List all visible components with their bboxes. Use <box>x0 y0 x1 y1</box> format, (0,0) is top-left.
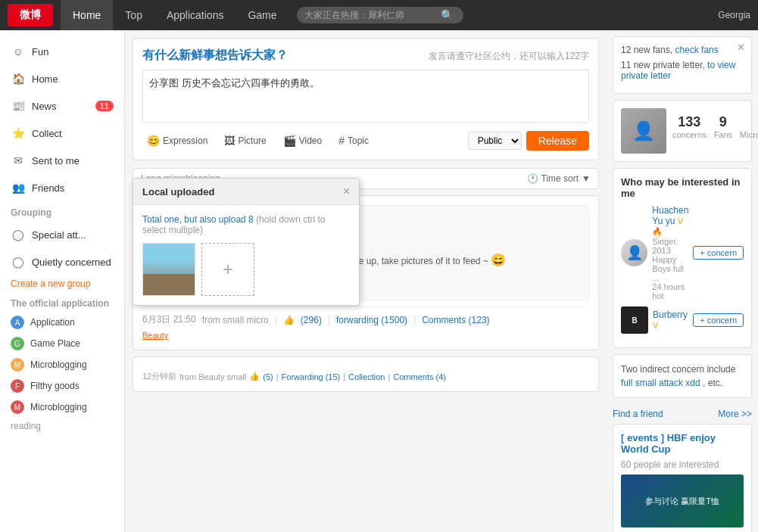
sort-label: Time sort <box>541 173 579 184</box>
post1-comments[interactable]: Comments (123) <box>422 315 489 325</box>
follow-info-2: Burberry V <box>653 310 688 331</box>
sidebar-sent-label: Sent to me <box>32 155 80 166</box>
private-link[interactable]: full small attack xdd <box>621 378 700 388</box>
post-public-area: Public Release <box>468 131 589 151</box>
right-sidebar: ✕ 12 new fans, check fans 11 new private… <box>607 30 758 532</box>
post-box-title: 有什么新鲜事想告诉大家？ <box>142 48 288 64</box>
post1-source: from small micro <box>202 315 269 325</box>
news-badge: 11 <box>95 101 114 111</box>
micro2-label: Microblogging <box>30 402 87 412</box>
concern-button-2[interactable]: concern <box>693 313 744 327</box>
find-friend-link[interactable]: Find a friend <box>613 409 663 419</box>
video-icon: 🎬 <box>283 135 296 147</box>
sidebar-app-game[interactable]: G Game Place <box>0 333 124 354</box>
sidebar-quiet-label: Quietly concerned <box>32 257 111 268</box>
post2-collection[interactable]: Collection <box>348 372 385 381</box>
weibo-logo: 微博 <box>8 4 53 26</box>
notif-close-button[interactable]: ✕ <box>737 42 745 53</box>
video-button[interactable]: 🎬 Video <box>279 132 326 149</box>
game-icon: G <box>11 337 24 350</box>
concern-button-1[interactable]: concern <box>693 246 744 260</box>
events-title: [ events ] HBF enjoy World Cup <box>621 432 744 455</box>
collect-icon: ⭐ <box>11 126 26 141</box>
post1-forwarding[interactable]: forwarding (1500) <box>336 315 407 325</box>
new-private-line: 11 new private letter, to view private l… <box>621 60 744 81</box>
private-box: Two indirect concern include full small … <box>613 354 752 398</box>
more-link[interactable]: More >> <box>718 409 752 419</box>
sidebar-item-special[interactable]: ◯ Special att... <box>0 221 124 248</box>
create-group-link[interactable]: Create a new group <box>0 275 124 292</box>
search-bar: 🔍 <box>297 7 463 23</box>
nav-links: Home Top Applications Game <box>61 0 289 30</box>
main-layout: ☺ Fun 🏠 Home 📰 News 11 ⭐ Collect ✉ Sent … <box>0 30 758 532</box>
search-input[interactable] <box>304 10 441 20</box>
upload-images-row: + <box>142 243 350 296</box>
sidebar-item-home[interactable]: 🏠 Home <box>0 65 124 92</box>
sidebar-item-sent[interactable]: ✉ Sent to me <box>0 147 124 174</box>
picture-button[interactable]: 🖼 Picture <box>220 132 270 149</box>
post2-likes[interactable]: (5) <box>263 372 273 381</box>
events-interested: 60 people are interested <box>621 459 744 470</box>
sent-icon: ✉ <box>11 153 26 168</box>
nav-home[interactable]: Home <box>61 0 113 30</box>
expression-icon: 😊 <box>147 135 160 147</box>
follow-avatar-2: B <box>621 306 648 334</box>
reading-label: reading <box>0 418 124 434</box>
topic-button[interactable]: # Topic <box>334 132 373 149</box>
sidebar-app-application[interactable]: A Application <box>0 312 124 333</box>
post1-tag[interactable]: Beauty <box>142 331 168 340</box>
sidebar-news-label: News <box>32 101 57 112</box>
post2-forwarding[interactable]: Forwarding (15) <box>282 372 341 381</box>
sidebar-app-filthy[interactable]: F Filthy goods <box>0 375 124 397</box>
post-textarea[interactable]: 分享图 历史不会忘记六四事件的勇敢。 <box>142 70 589 123</box>
nav-top[interactable]: Top <box>113 0 154 30</box>
feed-post-2: 12分钟前 from Beauty small 👍 (5) | Forwardi… <box>133 356 599 392</box>
filthy-label: Filthy goods <box>30 381 80 391</box>
follow-time-1: 24 hours hot <box>652 282 688 300</box>
events-box: [ events ] HBF enjoy World Cup 60 people… <box>613 424 752 532</box>
upload-thumb-1 <box>142 243 195 296</box>
stat-concerns: 133 concerns <box>672 114 707 139</box>
sidebar-special-label: Special att... <box>32 229 86 241</box>
like2-icon: 👍 <box>249 372 260 381</box>
release-button[interactable]: Release <box>526 131 589 151</box>
public-select[interactable]: Public <box>468 132 522 150</box>
nav-game[interactable]: Game <box>236 0 289 30</box>
micro1-label: Microblogging <box>30 359 87 370</box>
topic-label: Topic <box>348 135 369 146</box>
feed-post-1-footer: 6月3日 21:50 from small micro | 👍 (296) | … <box>142 306 589 326</box>
upload-popup-info: Total one, but also upload 8 (hold down … <box>142 214 350 235</box>
sidebar-item-quiet[interactable]: ◯ Quietly concerned <box>0 248 124 275</box>
nav-applications[interactable]: Applications <box>154 0 236 30</box>
upload-add-button[interactable]: + <box>201 243 254 296</box>
search-button[interactable]: 🔍 <box>441 9 454 21</box>
quiet-icon: ◯ <box>11 254 26 269</box>
post2-comments[interactable]: Comments (4) <box>393 372 446 381</box>
stat-microblogging: 0 Microblogging <box>740 114 758 139</box>
check-fans-link[interactable]: check fans <box>675 45 718 55</box>
sidebar-item-collect[interactable]: ⭐ Collect <box>0 120 124 147</box>
post1-likes[interactable]: (296) <box>301 315 322 325</box>
expression-button[interactable]: 😊 Expression <box>142 132 212 149</box>
friends-icon: 👥 <box>11 180 26 195</box>
upload-popup-close-button[interactable]: × <box>343 185 350 198</box>
follow-item-2: B Burberry V concern <box>621 306 744 334</box>
upload-popup-header: Local uploaded × <box>133 179 359 205</box>
post2-time: 12分钟前 <box>142 371 176 382</box>
follow-box-title: Who may be interested in me <box>621 176 744 199</box>
upload-popup-body: Total one, but also upload 8 (hold down … <box>133 205 359 305</box>
app-icon: A <box>11 316 24 329</box>
sidebar-app-microblog2[interactable]: M Microblogging <box>0 397 124 418</box>
sidebar-item-fun[interactable]: ☺ Fun <box>0 38 124 65</box>
follow-name-2: Burberry V <box>653 310 688 331</box>
fun-icon: ☺ <box>11 44 26 59</box>
feed-sort: 🕐 Time sort ▼ <box>527 173 591 184</box>
upload-popup-title: Local uploaded <box>142 186 214 198</box>
home-icon: 🏠 <box>11 71 26 86</box>
events-banner: 参与讨论 赢限量T恤 <box>621 474 744 527</box>
sidebar-item-news[interactable]: 📰 News 11 <box>0 92 124 120</box>
sidebar-item-friends[interactable]: 👥 Friends <box>0 174 124 201</box>
feed-post-2-footer: 12分钟前 from Beauty small 👍 (5) | Forwardi… <box>142 371 589 382</box>
news-icon: 📰 <box>11 98 26 114</box>
sidebar-app-microblog1[interactable]: M Microblogging <box>0 354 124 375</box>
